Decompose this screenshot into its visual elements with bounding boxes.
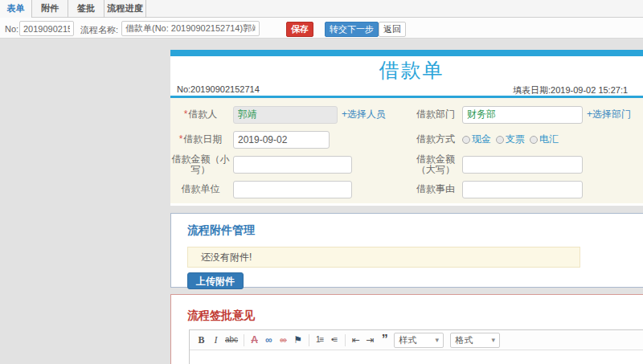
loan-unit-row: 借款单位 <box>170 177 412 202</box>
page-background: 借款单 No:20190902152714 填表日期:2019-09-02 15… <box>0 39 643 364</box>
approval-panel-title: 流程签批意见 <box>187 309 643 323</box>
unordered-list-icon[interactable]: •≡ <box>329 331 339 349</box>
loan-reason-label: 借款事由 <box>412 184 460 194</box>
select-person-link[interactable]: +选择人员 <box>342 108 386 121</box>
no-attachment-alert: 还没有附件! <box>187 247 580 268</box>
flow-name-input[interactable] <box>121 21 260 36</box>
check-radio[interactable] <box>496 136 504 144</box>
loan-reason-row: 借款事由 <box>412 177 643 202</box>
toolbar-separator <box>345 334 346 346</box>
cash-radio[interactable] <box>462 136 470 144</box>
ordered-list-icon[interactable]: 1≡ <box>314 331 325 349</box>
borrower-input[interactable] <box>233 106 338 124</box>
save-button[interactable]: 保存 <box>286 22 313 37</box>
style-select-label: 样式 <box>399 334 416 346</box>
loan-reason-input[interactable] <box>462 181 583 198</box>
anchor-flag-icon[interactable]: ⚑ <box>293 331 303 349</box>
strikethrough-icon[interactable]: abc <box>225 331 238 349</box>
editor-content-area[interactable] <box>190 350 643 364</box>
amount-small-label: 借款金额（小写） <box>170 154 231 175</box>
approval-panel: 流程签批意见 B I abc A ∞ ∞ ⚑ 1≡ •≡ <box>170 294 643 364</box>
form-header: 借款单 No:20190902152714 填表日期:2019-09-02 15… <box>170 56 643 98</box>
style-select[interactable]: 样式 ▾ <box>394 333 444 348</box>
command-bar: No: 流程名称: 保存 转交下一步 返回 <box>0 18 643 39</box>
tab-attachments[interactable]: 附件 <box>32 0 68 18</box>
form-title: 借款单 <box>170 56 643 84</box>
loan-form-panel: 借款单 No:20190902152714 填表日期:2019-09-02 15… <box>170 50 643 206</box>
outdent-icon[interactable]: ⇤ <box>350 331 361 349</box>
amount-small-input[interactable] <box>233 156 352 174</box>
attachment-panel: 流程附件管理 还没有附件! 上传附件 <box>170 213 643 288</box>
remove-format-icon[interactable]: A <box>249 331 260 349</box>
department-row: 借款部门 +选择部门 <box>412 102 643 127</box>
tab-approval[interactable]: 签批 <box>68 0 104 18</box>
tab-progress[interactable]: 流程进度 <box>104 0 146 18</box>
rich-text-editor: B I abc A ∞ ∞ ⚑ 1≡ •≡ ⇤ ⇥ ” <box>189 329 643 364</box>
bold-icon[interactable]: B <box>196 331 207 349</box>
loan-date-label: *借款日期 <box>170 134 231 145</box>
method-label: 借款方式 <box>412 134 460 145</box>
amount-small-row: 借款金额（小写） <box>170 152 412 177</box>
department-label: 借款部门 <box>412 109 460 120</box>
tab-form[interactable]: 表单 <box>0 0 32 18</box>
loan-unit-label: 借款单位 <box>170 184 231 194</box>
no-input[interactable] <box>19 21 74 36</box>
form-number-text: No:20190902152714 <box>177 84 260 94</box>
amount-big-input[interactable] <box>462 156 583 174</box>
borrower-label: *借款人 <box>170 109 231 120</box>
back-button[interactable]: 返回 <box>379 22 406 37</box>
loan-date-row: *借款日期 <box>170 127 412 152</box>
format-select[interactable]: 格式 ▾ <box>450 333 500 348</box>
wire-radio[interactable] <box>530 136 538 144</box>
cash-radio-label[interactable]: 现金 <box>472 133 491 146</box>
required-asterisk: * <box>184 108 188 120</box>
form-top-accent-bar <box>170 50 643 56</box>
toolbar-separator <box>309 334 309 346</box>
form-fill-date-text: 填表日期:2019-09-02 15:27:1 <box>513 84 628 96</box>
required-asterisk: * <box>179 133 183 145</box>
chevron-down-icon: ▾ <box>436 336 440 344</box>
department-input[interactable] <box>462 106 583 124</box>
loan-date-input[interactable] <box>233 131 330 149</box>
attachment-panel-title: 流程附件管理 <box>187 223 643 238</box>
wire-radio-label[interactable]: 电汇 <box>539 133 559 146</box>
form-fields: *借款人 +选择人员 *借款日期 <box>170 98 643 203</box>
indent-icon[interactable]: ⇥ <box>365 331 375 349</box>
amount-big-label: 借款金额（大写） <box>412 154 460 175</box>
italic-icon[interactable]: I <box>211 331 221 349</box>
unlink-icon[interactable]: ∞ <box>278 331 289 349</box>
upload-attachment-button[interactable]: 上传附件 <box>187 272 244 289</box>
check-radio-label[interactable]: 支票 <box>506 133 525 146</box>
form-content: 借款单 No:20190902152714 填表日期:2019-09-02 15… <box>170 50 643 364</box>
amount-big-row: 借款金额（大写） <box>412 152 643 177</box>
toolbar-separator <box>244 334 244 346</box>
method-row: 借款方式 现金 支票 电汇 <box>412 127 643 152</box>
loan-unit-input[interactable] <box>233 181 352 198</box>
screen: 表单 附件 签批 流程进度 No: 流程名称: 保存 转交下一步 返回 借款单 … <box>0 0 643 364</box>
flow-name-label: 流程名称: <box>80 24 118 36</box>
next-step-button[interactable]: 转交下一步 <box>325 22 379 37</box>
editor-toolbar: B I abc A ∞ ∞ ⚑ 1≡ •≡ ⇤ ⇥ ” <box>190 330 643 350</box>
link-icon[interactable]: ∞ <box>264 331 274 349</box>
chevron-down-icon: ▾ <box>492 336 496 344</box>
borrower-row: *借款人 +选择人员 <box>170 102 412 127</box>
tab-bar: 表单 附件 签批 流程进度 <box>0 0 643 18</box>
blockquote-icon[interactable]: ” <box>379 331 390 349</box>
select-department-link[interactable]: +选择部门 <box>587 108 631 121</box>
no-label: No: <box>5 24 18 34</box>
format-select-label: 格式 <box>455 334 473 346</box>
